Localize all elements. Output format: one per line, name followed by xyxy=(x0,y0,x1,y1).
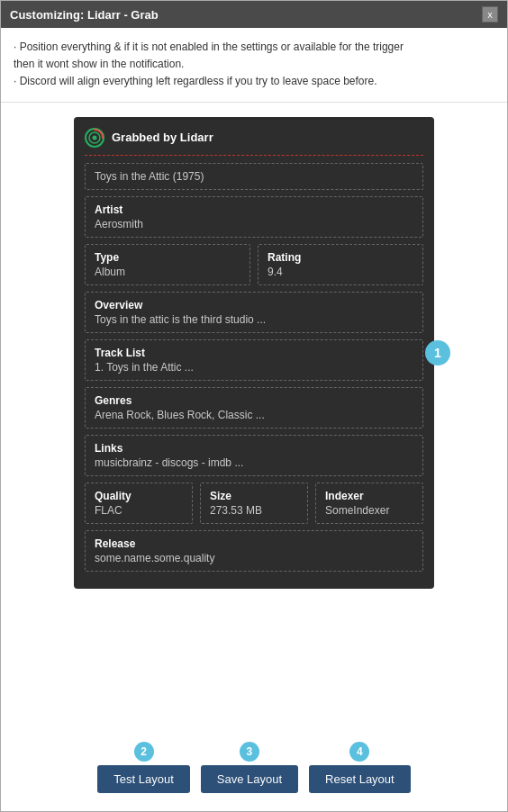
instruction-line1: · Position everything & if it is not ena… xyxy=(14,39,494,56)
links-value: musicbrainz - discogs - imdb ... xyxy=(95,456,413,469)
album-title-text: Toys in the Attic (1975) xyxy=(95,170,204,183)
test-button-wrap: 2 Test Layout xyxy=(97,742,190,793)
overview-value: Toys in the attic is the third studio ..… xyxy=(95,313,413,326)
rating-label: Rating xyxy=(268,251,413,264)
window-title: Customizing: Lidarr - Grab xyxy=(10,8,159,22)
main-window: Customizing: Lidarr - Grab x · Position … xyxy=(0,0,508,812)
rating-value: 9.4 xyxy=(268,266,413,278)
reset-layout-button[interactable]: Reset Layout xyxy=(309,765,411,793)
indexer-block[interactable]: Indexer SomeIndexer xyxy=(315,483,423,524)
type-rating-row: Type Album Rating 9.4 xyxy=(85,244,423,285)
reset-badge: 4 xyxy=(349,742,369,762)
size-value: 273.53 MB xyxy=(210,504,298,517)
indexer-value: SomeIndexer xyxy=(325,504,413,517)
release-value: some.name.some.quality xyxy=(95,552,413,564)
preview-wrap: Grabbed by Lidarr Toys in the Attic (197… xyxy=(74,117,434,589)
type-block[interactable]: Type Album xyxy=(85,244,250,285)
quality-value: FLAC xyxy=(95,504,183,517)
instruction-line3: · Discord will align everything left reg… xyxy=(14,73,494,90)
album-title-block[interactable]: Toys in the Attic (1975) xyxy=(85,163,423,190)
tracklist-block[interactable]: Track List 1. Toys in the Attic ... xyxy=(85,339,423,381)
type-value: Album xyxy=(95,266,240,278)
type-label: Type xyxy=(95,251,240,264)
red-divider xyxy=(85,155,423,156)
size-label: Size xyxy=(210,490,298,502)
preview-card: Grabbed by Lidarr Toys in the Attic (197… xyxy=(74,117,434,589)
links-label: Links xyxy=(95,442,413,455)
side-badge: 1 xyxy=(425,340,450,365)
card-header: Grabbed by Lidarr xyxy=(85,128,423,148)
artist-block[interactable]: Artist Aerosmith xyxy=(85,196,423,238)
test-badge: 2 xyxy=(134,742,154,762)
artist-label: Artist xyxy=(95,203,413,216)
artist-value: Aerosmith xyxy=(95,218,413,230)
tracklist-value: 1. Toys in the Attic ... xyxy=(95,361,413,374)
genres-block[interactable]: Genres Arena Rock, Blues Rock, Classic .… xyxy=(85,387,423,429)
test-layout-button[interactable]: Test Layout xyxy=(97,765,190,793)
card-header-text: Grabbed by Lidarr xyxy=(112,131,213,144)
save-badge: 3 xyxy=(240,742,259,762)
main-content: Grabbed by Lidarr Toys in the Attic (197… xyxy=(1,103,507,729)
quality-size-indexer-row: Quality FLAC Size 273.53 MB Indexer Some… xyxy=(85,483,423,524)
size-block[interactable]: Size 273.53 MB xyxy=(200,483,308,524)
overview-label: Overview xyxy=(95,299,413,311)
rating-block[interactable]: Rating 9.4 xyxy=(258,244,423,285)
lidarr-icon xyxy=(85,128,104,148)
instruction-line2: then it wont show in the notification. xyxy=(14,56,494,73)
indexer-label: Indexer xyxy=(325,490,413,502)
release-block[interactable]: Release some.name.some.quality xyxy=(85,530,423,572)
quality-block[interactable]: Quality FLAC xyxy=(85,483,193,524)
svg-point-2 xyxy=(93,135,97,140)
reset-button-wrap: 4 Reset Layout xyxy=(309,742,411,793)
overview-block[interactable]: Overview Toys in the attic is the third … xyxy=(85,292,423,333)
quality-label: Quality xyxy=(95,490,183,502)
title-bar: Customizing: Lidarr - Grab x xyxy=(1,1,507,28)
instructions-panel: · Position everything & if it is not ena… xyxy=(1,28,507,103)
close-button[interactable]: x xyxy=(482,6,498,23)
tracklist-label: Track List xyxy=(95,347,413,359)
release-label: Release xyxy=(95,537,413,550)
footer-area: 2 Test Layout 3 Save Layout 4 Reset Layo… xyxy=(1,729,507,811)
links-block[interactable]: Links musicbrainz - discogs - imdb ... xyxy=(85,435,423,476)
save-layout-button[interactable]: Save Layout xyxy=(201,765,298,793)
genres-value: Arena Rock, Blues Rock, Classic ... xyxy=(95,409,413,421)
genres-label: Genres xyxy=(95,394,413,407)
save-button-wrap: 3 Save Layout xyxy=(201,742,298,793)
